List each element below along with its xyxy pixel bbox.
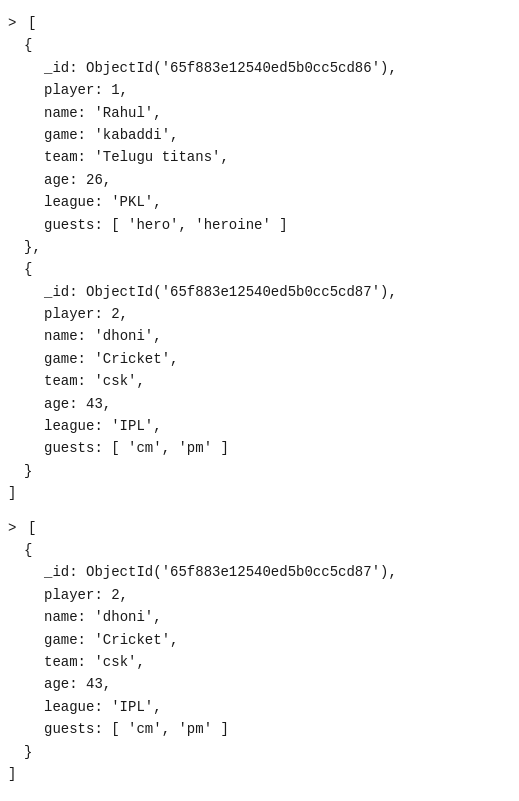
field-name-2: name: 'dhoni', bbox=[0, 325, 519, 347]
field-player-2: player: 2, bbox=[0, 303, 519, 325]
block2-close: ] bbox=[0, 763, 519, 785]
block1-close: ] bbox=[0, 482, 519, 504]
block2-prompt: > [ bbox=[0, 517, 519, 539]
field-age-3: age: 43, bbox=[0, 673, 519, 695]
block2-obj1-close: } bbox=[0, 741, 519, 763]
field-guests-1: guests: [ 'hero', 'heroine' ] bbox=[0, 214, 519, 236]
field-guests-3: guests: [ 'cm', 'pm' ] bbox=[0, 718, 519, 740]
field-player-3: player: 2, bbox=[0, 584, 519, 606]
field-team-3: team: 'csk', bbox=[0, 651, 519, 673]
field-game-1: game: 'kabaddi', bbox=[0, 124, 519, 146]
field-id-2: _id: ObjectId('65f883e12540ed5b0cc5cd87'… bbox=[0, 281, 519, 303]
field-name-3: name: 'dhoni', bbox=[0, 606, 519, 628]
field-age-2: age: 43, bbox=[0, 393, 519, 415]
field-team-1: team: 'Telugu titans', bbox=[0, 146, 519, 168]
field-league-2: league: 'IPL', bbox=[0, 415, 519, 437]
field-id-1: _id: ObjectId('65f883e12540ed5b0cc5cd86'… bbox=[0, 57, 519, 79]
block1-obj1-open: { bbox=[0, 34, 519, 56]
field-league-3: league: 'IPL', bbox=[0, 696, 519, 718]
field-name-1: name: 'Rahul', bbox=[0, 102, 519, 124]
block2-obj1-open: { bbox=[0, 539, 519, 561]
field-guests-2: guests: [ 'cm', 'pm' ] bbox=[0, 437, 519, 459]
code-output: > [ { _id: ObjectId('65f883e12540ed5b0cc… bbox=[0, 8, 519, 789]
field-team-2: team: 'csk', bbox=[0, 370, 519, 392]
field-game-2: game: 'Cricket', bbox=[0, 348, 519, 370]
field-league-1: league: 'PKL', bbox=[0, 191, 519, 213]
block1-obj1-close: }, bbox=[0, 236, 519, 258]
block-separator bbox=[0, 505, 519, 517]
field-age-1: age: 26, bbox=[0, 169, 519, 191]
block1-obj2-close: } bbox=[0, 460, 519, 482]
block1-obj2-open: { bbox=[0, 258, 519, 280]
block1-prompt: > [ bbox=[0, 12, 519, 34]
field-player-1: player: 1, bbox=[0, 79, 519, 101]
field-id-3: _id: ObjectId('65f883e12540ed5b0cc5cd87'… bbox=[0, 561, 519, 583]
field-game-3: game: 'Cricket', bbox=[0, 629, 519, 651]
